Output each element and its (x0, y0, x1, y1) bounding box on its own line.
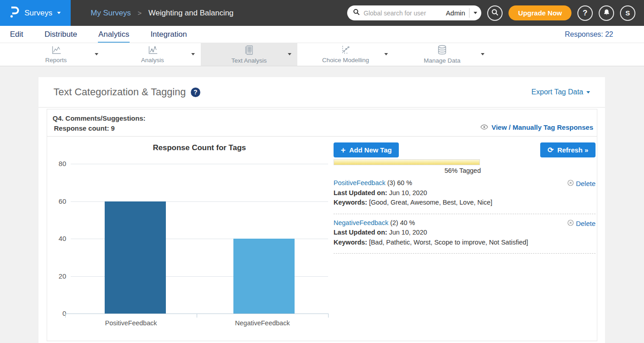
export-tag-data-button[interactable]: Export Tag Data (532, 88, 590, 96)
updated-value: Jun 10, 2020 (387, 229, 427, 236)
tag-updated-line: Last Updated on: Jun 10, 2020 (334, 188, 596, 198)
plus-icon: + (341, 146, 346, 154)
scatter-chart-icon (341, 45, 351, 56)
toolbar-item-manage-data[interactable]: Manage Data (394, 43, 490, 66)
page-title: Text Categorization & Tagging (53, 86, 186, 98)
chevron-down-icon[interactable] (288, 53, 291, 55)
gridline (71, 164, 328, 164)
breadcrumb-my-surveys[interactable]: My Surveys (91, 9, 131, 18)
x-axis-tick (65, 314, 66, 318)
question-label: Q4. Comments/Suggestions: (53, 113, 597, 123)
tags-actions-row: + Add New Tag ⟳ Refresh » (334, 142, 596, 157)
card-header: Text Categorization & Tagging ? Export T… (39, 77, 605, 108)
responses-count[interactable]: Responses: 22 (565, 30, 634, 39)
toolbar-item-analysis[interactable]: Analysis (104, 43, 201, 66)
product-switcher[interactable]: Surveys (0, 0, 71, 26)
bar-NegativeFeedback (233, 239, 295, 314)
search-scope-selector[interactable]: Admin (446, 9, 465, 17)
view-manually-tag-link[interactable]: View / Manually Tag Responses (480, 123, 593, 131)
global-search: Admin (347, 5, 481, 20)
tab-integration[interactable]: Integration (150, 27, 187, 43)
updated-label: Last Updated on: (334, 229, 387, 236)
y-axis-tick-label: 80 (51, 160, 66, 167)
help-badge-icon[interactable]: ? (191, 88, 200, 97)
database-icon (437, 45, 447, 56)
toolbar-item-reports[interactable]: Reports (8, 43, 104, 66)
search-submit-button[interactable] (487, 5, 503, 21)
trend-chart-icon (148, 46, 158, 56)
tag-title-line: NegativeFeedback (2) 40 % (334, 218, 596, 228)
refresh-label: Refresh » (557, 146, 588, 154)
product-name: Surveys (24, 9, 52, 18)
keywords-label: Keywords: (334, 239, 367, 246)
tag-name-link[interactable]: NegativeFeedback (334, 219, 388, 226)
breadcrumb-current-survey: Weighting and Balancing (149, 9, 234, 18)
question-panel: Q4. Comments/Suggestions: Response count… (47, 109, 597, 341)
bell-icon (603, 9, 610, 18)
bar-PositiveFeedback (105, 201, 166, 314)
notifications-button[interactable] (599, 5, 614, 21)
upgrade-now-button[interactable]: Upgrade Now (508, 5, 571, 20)
y-axis-tick-label: 0 (51, 309, 66, 317)
user-avatar[interactable]: S (620, 5, 635, 21)
chevron-down-icon[interactable] (481, 53, 484, 55)
tag-item-negative-feedback: NegativeFeedback (2) 40 % Last Updated o… (334, 214, 596, 254)
delete-label: Delete (576, 219, 596, 229)
toolbar-item-choice-modelling[interactable]: Choice Modelling (297, 43, 394, 66)
tagged-progress-label: 56% Tagged (334, 167, 481, 174)
refresh-button[interactable]: ⟳ Refresh » (540, 142, 596, 157)
toolbar-item-label: Manage Data (424, 57, 460, 64)
breadcrumb: My Surveys > Weighting and Balancing (91, 9, 233, 18)
add-new-tag-button[interactable]: + Add New Tag (334, 142, 399, 157)
keywords-value: [Good, Great, Awesome, Best, Love, Nice] (367, 199, 492, 206)
tab-analytics[interactable]: Analytics (98, 27, 130, 43)
app-root: Surveys My Surveys > Weighting and Balan… (0, 0, 644, 343)
tag-title-line: PositiveFeedback (3) 60 % (334, 178, 596, 188)
tag-keywords-line: Keywords: [Bad, Pathetic, Worst, Scope t… (334, 238, 596, 248)
avatar-initial: S (625, 9, 630, 17)
analytics-toolbar: Reports Analysis Text Analysis Choice Mo… (0, 43, 644, 66)
chevron-down-icon (586, 91, 590, 93)
view-link-label: View / Manually Tag Responses (491, 123, 593, 131)
chevron-down-icon[interactable] (95, 53, 98, 55)
tab-edit[interactable]: Edit (10, 27, 24, 43)
delete-tag-button[interactable]: Delete (567, 219, 596, 229)
topbar-actions: Admin Upgrade Now ? S (347, 5, 644, 21)
search-icon (491, 9, 499, 18)
circled-x-icon (567, 219, 574, 229)
search-input[interactable] (363, 10, 445, 17)
toolbar-item-text-analysis[interactable]: Text Analysis (201, 43, 297, 66)
chevron-down-icon[interactable] (384, 53, 388, 55)
chart-title: Response Count for Tags (71, 143, 328, 152)
question-panel-header: Q4. Comments/Suggestions: Response count… (47, 109, 597, 137)
text-tagging-card: Text Categorization & Tagging ? Export T… (39, 77, 605, 343)
product-caret-icon (57, 12, 61, 14)
chevron-down-icon[interactable] (191, 53, 195, 55)
x-axis-category-label: PositiveFeedback (65, 319, 197, 327)
search-scope-caret-icon[interactable] (474, 12, 477, 14)
x-axis-tick (197, 314, 197, 318)
x-axis-category-label: NegativeFeedback (197, 319, 328, 327)
tag-meta: (2) 40 % (388, 219, 415, 226)
line-chart-icon (51, 46, 61, 56)
panel-body: Response Count for Tags 020406080Positiv… (47, 137, 597, 340)
tab-distribute[interactable]: Distribute (44, 27, 77, 43)
question-mark-icon: ? (583, 9, 587, 18)
tag-name-link[interactable]: PositiveFeedback (334, 179, 385, 186)
toolbar-item-label: Text Analysis (231, 57, 266, 64)
toolbar-item-label: Reports (45, 57, 67, 64)
tags-panel: + Add New Tag ⟳ Refresh » 56% Tagged Pos… (334, 142, 596, 254)
eye-icon (480, 123, 488, 131)
breadcrumb-separator: > (138, 9, 142, 17)
survey-nav: Edit Distribute Analytics Integration Re… (0, 26, 644, 43)
search-divider (469, 8, 470, 18)
refresh-icon: ⟳ (547, 147, 553, 154)
help-button[interactable]: ? (577, 5, 593, 21)
export-label: Export Tag Data (532, 88, 583, 96)
tag-updated-line: Last Updated on: Jun 10, 2020 (334, 228, 596, 238)
updated-label: Last Updated on: (334, 189, 387, 196)
delete-tag-button[interactable]: Delete (567, 179, 596, 189)
add-tag-label: Add New Tag (349, 146, 392, 154)
toolbar-item-label: Choice Modelling (322, 57, 369, 64)
updated-value: Jun 10, 2020 (387, 189, 427, 196)
